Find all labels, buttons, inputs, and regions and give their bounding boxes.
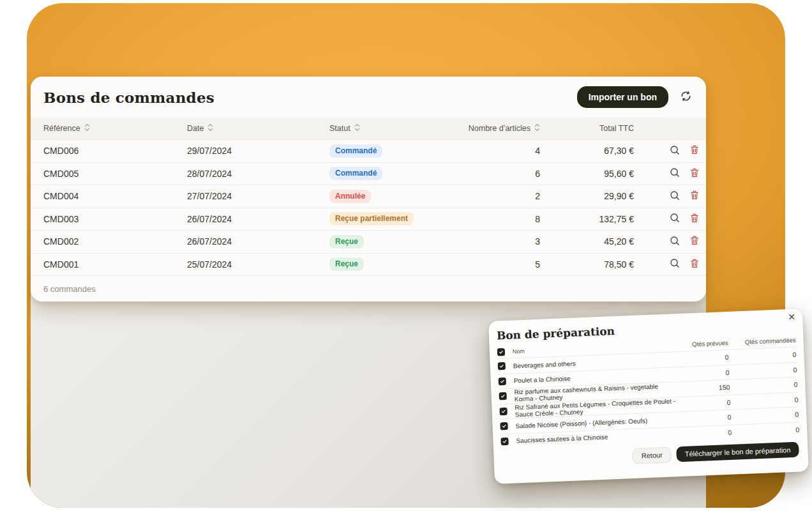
- column-header-status[interactable]: Statut: [329, 123, 457, 133]
- column-header-label: Nombre d’articles: [469, 124, 530, 133]
- cell-reference: CMD004: [43, 191, 187, 201]
- qty-planned-value: 0: [679, 429, 732, 438]
- row-actions: [647, 212, 706, 225]
- row-checkbox[interactable]: [499, 378, 506, 385]
- cell-date: 25/07/2024: [187, 259, 329, 270]
- status-badge: Reçue partiellement: [329, 212, 414, 225]
- sort-icon: [84, 123, 90, 133]
- column-header-label: Référence: [43, 124, 80, 133]
- cell-articles: 4: [457, 146, 554, 156]
- delete-order-button[interactable]: [689, 235, 700, 248]
- cell-reference: CMD002: [43, 236, 187, 247]
- qty-planned-value: 0: [676, 353, 728, 363]
- qty-ordered-value: 0: [730, 395, 798, 406]
- qty-planned-value: 0: [679, 413, 731, 423]
- search-icon: [669, 257, 680, 271]
- prep-item-name: Saucisses sautees à la Chinoise: [516, 431, 679, 444]
- trash-icon: [689, 144, 700, 157]
- row-checkbox[interactable]: [500, 438, 508, 445]
- cell-date: 29/07/2024: [187, 146, 329, 156]
- search-icon: [669, 167, 680, 180]
- cell-total: 132,75 €: [554, 214, 647, 224]
- row-actions: [647, 235, 706, 248]
- trash-icon: [689, 213, 700, 225]
- view-order-button[interactable]: [669, 257, 680, 271]
- cell-date: 26/07/2024: [187, 236, 329, 247]
- status-badge: Reçue: [329, 257, 364, 271]
- qty-planned-value: 0: [678, 399, 730, 408]
- table-row: CMD00326/07/2024Reçue partiellement8132,…: [31, 208, 706, 231]
- preparation-body: Beverages and others00Poulet a la Chinoi…: [497, 347, 799, 449]
- column-header-label: Statut: [329, 124, 350, 133]
- view-order-button[interactable]: [669, 235, 680, 248]
- trash-icon: [689, 190, 700, 202]
- cell-status: Annulée: [329, 190, 457, 203]
- delete-order-button[interactable]: [689, 213, 700, 225]
- cell-reference: CMD006: [43, 146, 187, 156]
- preparation-table: Nom Qtés prévues Qtés commandées Beverag…: [497, 333, 800, 449]
- header-actions: Importer un bon: [577, 86, 692, 108]
- row-actions: [647, 167, 706, 180]
- column-header-date[interactable]: Date: [187, 123, 329, 133]
- table-row: CMD00226/07/2024Reçue345,20 €: [31, 231, 706, 254]
- view-order-button[interactable]: [669, 190, 680, 203]
- orders-panel: Bons de commandes Importer un bon: [31, 77, 706, 301]
- row-actions: [647, 190, 706, 203]
- row-checkbox[interactable]: [499, 392, 506, 400]
- cell-date: 26/07/2024: [187, 214, 329, 224]
- search-icon: [669, 190, 680, 203]
- delete-order-button[interactable]: [689, 167, 700, 180]
- table-row: CMD00427/07/2024Annulée229,90 €: [31, 185, 706, 208]
- row-checkbox[interactable]: [498, 362, 506, 370]
- table-header-row: RéférenceDateStatutNombre d’articlesTota…: [31, 118, 706, 140]
- cell-articles: 5: [457, 259, 554, 270]
- column-header-reference[interactable]: Référence: [43, 123, 187, 133]
- row-checkbox[interactable]: [500, 422, 508, 430]
- row-actions: [647, 144, 706, 158]
- column-header-articles[interactable]: Nombre d’articles: [457, 123, 554, 133]
- status-badge: Commandé: [329, 144, 382, 158]
- preparation-panel: ✕ Bon de préparation Nom Qtés prévues Qt…: [488, 309, 809, 484]
- search-icon: [669, 235, 680, 248]
- cell-status: Reçue: [329, 257, 457, 271]
- table-footer: 6 commandes: [31, 276, 706, 301]
- table-row: CMD00125/07/2024Reçue578,50 €: [31, 254, 706, 277]
- refresh-icon: [680, 90, 692, 104]
- cell-date: 28/07/2024: [187, 169, 329, 179]
- column-header-total: Total TTC: [554, 124, 647, 133]
- cell-articles: 3: [457, 236, 554, 247]
- column-header-label: Total TTC: [599, 124, 634, 133]
- refresh-button[interactable]: [680, 90, 692, 104]
- qty-ordered-value: 0: [730, 381, 797, 391]
- close-icon: ✕: [788, 312, 795, 322]
- table-row: CMD00528/07/2024Commandé695,60 €: [31, 163, 706, 186]
- qty-ordered-value: 0: [732, 425, 799, 436]
- cell-reference: CMD003: [43, 214, 187, 224]
- delete-order-button[interactable]: [689, 190, 700, 202]
- cell-total: 95,60 €: [554, 169, 647, 179]
- cell-date: 27/07/2024: [187, 191, 329, 201]
- view-order-button[interactable]: [669, 144, 680, 158]
- view-order-button[interactable]: [669, 212, 680, 225]
- search-icon: [669, 212, 680, 225]
- status-badge: Commandé: [329, 167, 382, 180]
- table-row: CMD00629/07/2024Commandé467,30 €: [31, 140, 706, 163]
- close-button[interactable]: ✕: [788, 312, 795, 321]
- column-header-qty-planned: Qtés prévues: [675, 339, 728, 348]
- page-title: Bons de commandes: [43, 89, 214, 106]
- back-button[interactable]: Retour: [632, 447, 672, 464]
- import-order-button[interactable]: Importer un bon: [577, 86, 668, 108]
- select-all-checkbox[interactable]: [497, 348, 505, 356]
- cell-status: Reçue partiellement: [329, 212, 457, 225]
- download-preparation-button[interactable]: Télécharger le bon de préparation: [676, 442, 799, 462]
- qty-planned-value: 150: [677, 383, 730, 393]
- qty-planned-value: 0: [677, 369, 729, 378]
- column-header-qty-ordered: Qtés commandées: [728, 337, 795, 346]
- qty-ordered-value: 0: [731, 411, 799, 421]
- cell-total: 45,20 €: [554, 236, 647, 247]
- row-checkbox[interactable]: [499, 408, 507, 415]
- delete-order-button[interactable]: [689, 144, 700, 157]
- delete-order-button[interactable]: [689, 258, 700, 271]
- view-order-button[interactable]: [669, 167, 680, 180]
- cell-status: Commandé: [329, 167, 457, 180]
